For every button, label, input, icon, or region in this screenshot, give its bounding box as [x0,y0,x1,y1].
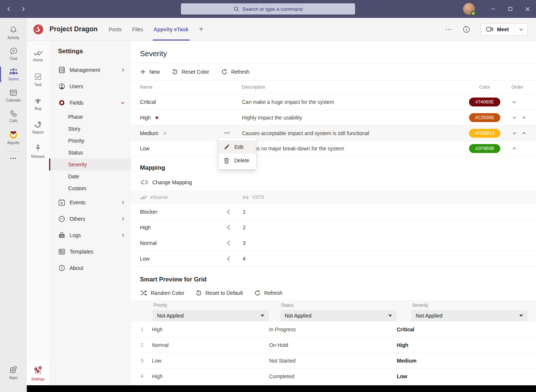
sidebar-item-users[interactable]: Users [49,78,131,95]
meet-dropdown-button[interactable] [514,23,527,35]
module-item-settings[interactable]: Settings [27,361,49,385]
rail-item-calendar[interactable]: Calender [0,85,27,106]
sidebar-item-phase[interactable]: Phase [49,111,131,123]
avatar[interactable] [463,3,475,15]
change-mapping-button[interactable]: Change Mapping [131,174,536,191]
priority-filter-dropdown[interactable]: Not Applied [153,310,269,321]
sidebar-item-status[interactable]: Status [49,147,131,159]
sidebar-item-others[interactable]: Others [49,211,131,227]
fields-ring-icon [58,99,66,106]
sidebar-item-custom[interactable]: Custom [49,182,131,194]
phone-icon [10,110,17,117]
order-down-button[interactable] [511,115,517,121]
rail-item-activity[interactable]: Activity [0,22,27,43]
meet-button[interactable]: Meet [481,23,514,35]
rail-item-appvity[interactable]: Appvity [0,127,27,147]
star-icon[interactable]: ★ [154,115,159,120]
context-menu-delete[interactable]: Delete [218,154,256,167]
module-item-release[interactable]: Release [27,139,49,163]
chat-icon [9,47,18,55]
status-filter-dropdown[interactable]: Not Applied [280,310,396,321]
minimize-icon [491,7,495,11]
close-button[interactable] [519,0,536,18]
sidebar-item-severity[interactable]: Severity [49,159,131,170]
sidebar-item-logs[interactable]: LOG Logs [49,227,131,243]
template-doc-icon [58,248,66,255]
bottom-black-bar [27,385,536,392]
new-button[interactable]: New [140,69,160,75]
severity-row-low[interactable]: Low Causes no major break-down for the s… [131,141,536,156]
rail-more-button[interactable]: ••• [10,152,17,165]
sidebar-item-management[interactable]: Management [49,62,131,78]
tab-appvity-etask[interactable]: Appvity eTask [154,18,189,41]
refresh-button[interactable]: Refresh [254,290,283,296]
sidebar-item-date[interactable]: Date [49,170,131,182]
rail-item-apps[interactable]: Apps [0,362,27,383]
chevron-right-icon [20,6,26,12]
rail-item-chat[interactable]: Chat [0,43,27,64]
module-item-home[interactable]: Home [27,44,49,68]
back-button[interactable] [5,4,13,14]
tab-strip: Posts Files Appvity eTask + [109,18,203,41]
row-more-button[interactable]: ⋯ [224,129,230,136]
random-color-button[interactable]: Random Color [140,290,184,296]
meet-label: Meet [497,26,509,32]
forward-button[interactable] [19,4,27,14]
minimize-button[interactable] [485,0,502,18]
order-up-button[interactable] [521,115,527,121]
star-icon[interactable]: ★ [162,130,167,136]
calendar-star-icon [58,199,66,206]
severity-row-high[interactable]: High ★ Highly impact the usability #C253… [131,109,536,125]
bug-icon [34,96,42,105]
tab-files[interactable]: Files [132,18,143,41]
reset-to-default-button[interactable]: Reset to Default [195,290,243,296]
maximize-button[interactable] [502,0,519,18]
filter-label-priority: Priority [153,303,269,308]
teams-people-icon [9,68,18,76]
sidebar-item-about[interactable]: About [49,260,131,276]
color-badge[interactable]: #C2530E [469,113,500,122]
sidebar-item-story[interactable]: Story [49,123,131,135]
preview-row: 3 Low Not Started Medium [131,353,536,369]
add-tab-button[interactable]: + [199,25,204,34]
context-menu-edit[interactable]: Edit [218,140,256,154]
tab-posts[interactable]: Posts [109,18,122,41]
more-options-button[interactable]: ⋯ [445,25,452,34]
search-input[interactable]: Search or type a command [181,3,355,15]
main-content: Severity New Reset Color Refresh Name De… [131,41,536,385]
team-logo [33,24,44,35]
order-down-button[interactable] [511,130,517,136]
reset-icon [172,68,178,75]
color-badge[interactable]: #2F950B [469,144,500,153]
sidebar-item-priority[interactable]: Priority [49,135,131,147]
severity-toolbar: New Reset Color Refresh [131,63,536,80]
color-badge[interactable]: #74060E [469,98,500,106]
reset-color-button[interactable]: Reset Color [172,68,209,75]
module-item-task[interactable]: Task [27,68,49,92]
info-icon[interactable] [463,26,470,33]
shuffle-icon [140,290,147,296]
preview-toolbar: Random Color Reset to Default Refresh [131,286,536,300]
order-down-button[interactable] [511,99,517,105]
sidebar-item-events[interactable]: Events [49,194,131,211]
sidebar-item-fields[interactable]: Fields [49,95,131,111]
order-up-button[interactable] [521,130,527,136]
severity-filter-dropdown[interactable]: Not Applied [411,310,527,321]
module-item-report[interactable]: Report [27,115,49,139]
chevron-left-icon [6,6,12,12]
rail-item-calls[interactable]: Calls [0,106,27,127]
severity-row-critical[interactable]: Critical Can make a huge impact for the … [131,94,536,109]
severity-row-medium[interactable]: Medium ★ ⋯ Causes acceptable impact and … [131,125,536,141]
reset-icon [195,290,202,296]
refresh-icon [221,68,228,75]
refresh-button[interactable]: Refresh [221,68,249,75]
chevron-left-icon [227,224,230,230]
sidebar-item-templates[interactable]: Templates [49,243,131,260]
rail-item-teams[interactable]: Teams [0,64,27,85]
report-pie-icon [34,120,42,128]
color-badge[interactable]: #FDB813 [469,129,500,138]
bell-icon [9,26,17,34]
module-item-bug[interactable]: Bug [27,92,49,115]
order-up-button[interactable] [511,146,517,152]
calendar-icon [9,89,17,97]
